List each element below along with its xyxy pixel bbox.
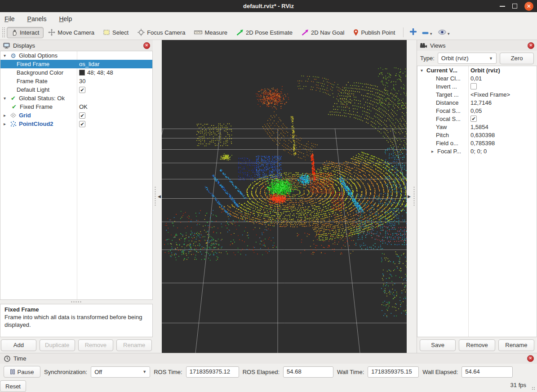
collapse-left-icon[interactable]: ◀ <box>158 194 161 199</box>
remove-tool-button[interactable]: ▼ <box>419 27 435 38</box>
time-panel-header[interactable]: Time ✕ <box>0 353 537 364</box>
tree-row[interactable]: Distance12,7146 <box>417 98 537 107</box>
synchronization-combo[interactable]: Off ▼ <box>91 366 150 378</box>
close-icon[interactable]: ✕ <box>524 2 533 11</box>
titlebar[interactable]: default.rviz* - RViz ✕ <box>0 0 537 12</box>
viewport-canvas[interactable] <box>162 40 407 353</box>
menu-item-file[interactable]: File <box>4 15 15 22</box>
property-label: Pitch <box>436 132 449 138</box>
right-splitter[interactable]: ▶ <box>407 40 417 353</box>
tree-row[interactable]: Focal S...0,05 <box>417 107 537 115</box>
chevron-down-icon: ▼ <box>489 56 493 61</box>
remove-button[interactable]: Remove <box>459 339 495 351</box>
tree-row[interactable]: Frame Rate30 <box>0 77 152 85</box>
add-tool-button[interactable] <box>407 27 419 38</box>
remove-button[interactable]: Remove <box>78 339 114 351</box>
property-value: 0,05 <box>470 107 482 114</box>
tool-2d-pose-estimate[interactable]: 2D Pose Estimate <box>232 27 297 38</box>
toolbar-drag-handle[interactable] <box>2 27 5 38</box>
tool-move-camera[interactable]: Move Camera <box>44 27 99 38</box>
tree-row[interactable]: Field o...0,785398 <box>417 139 537 147</box>
tool-measure[interactable]: Measure <box>190 27 232 38</box>
add-button[interactable]: Add <box>1 339 36 351</box>
tree-row[interactable]: ▾Current V...Orbit (rviz) <box>417 66 537 74</box>
expander-open-icon[interactable]: ▾ <box>419 68 425 73</box>
property-label: Grid <box>19 112 31 119</box>
tool-select[interactable]: Select <box>99 27 133 38</box>
tree-row[interactable]: Near Cl...0,01 <box>417 74 537 82</box>
tree-row[interactable]: ▸PointCloud2✔ <box>0 120 152 128</box>
tree-row-label-cell: Fixed Frame <box>0 61 77 67</box>
splitter-handle[interactable] <box>413 186 415 207</box>
splitter-handle[interactable] <box>154 186 156 207</box>
close-icon[interactable]: ✕ <box>143 42 150 49</box>
rename-button[interactable]: Rename <box>498 339 534 351</box>
tree-row[interactable]: Invert ... <box>417 82 537 90</box>
ros-elapsed-field[interactable]: 54.68 <box>283 366 333 378</box>
close-icon[interactable]: ✕ <box>527 355 534 362</box>
tree-row-label-cell: Pitch <box>417 132 468 138</box>
plus-icon <box>410 28 417 36</box>
tool-focus-camera[interactable]: Focus Camera <box>133 27 190 38</box>
minimize-icon[interactable] <box>500 6 505 7</box>
menu-item-panels[interactable]: Panels <box>27 15 47 22</box>
tree-row[interactable]: ✔Fixed FrameOK <box>0 102 152 111</box>
zero-button[interactable]: Zero <box>500 53 534 64</box>
checkbox[interactable]: ✔ <box>79 87 85 93</box>
displays-tree: ▾⚙Global OptionsFixed Frameos_lidarBackg… <box>0 51 153 300</box>
pause-button[interactable]: Pause <box>4 366 40 378</box>
tree-row[interactable]: ▸Focal P...0; 0; 0 <box>417 147 537 155</box>
checkbox[interactable]: ✔ <box>470 116 477 122</box>
tree-row[interactable]: ▾✔Global Status: Ok <box>0 94 152 102</box>
tree-row-label-cell: ▸PointCloud2 <box>0 120 77 127</box>
checkbox[interactable]: ✔ <box>79 112 85 119</box>
tool-publish-point[interactable]: Publish Point <box>349 27 399 38</box>
expander-closed-icon[interactable]: ▸ <box>2 121 8 126</box>
left-splitter[interactable]: ◀ <box>153 40 162 353</box>
expander-open-icon[interactable]: ▾ <box>2 53 8 58</box>
reset-button[interactable]: Reset <box>0 380 26 392</box>
collapse-right-icon[interactable]: ▶ <box>408 194 411 199</box>
resize-grip-icon[interactable] <box>532 387 536 391</box>
tree-row[interactable]: Fixed Frameos_lidar <box>0 60 152 68</box>
property-label: Default Light <box>17 86 49 93</box>
tree-row[interactable]: Default Light✔ <box>0 85 152 94</box>
tree-row[interactable]: Focal S...✔ <box>417 115 537 123</box>
tree-row-label-cell: ✔Fixed Frame <box>0 103 77 110</box>
view-type-combo[interactable]: Orbit (rviz) ▼ <box>438 53 497 64</box>
property-value: 1,5854 <box>470 124 488 130</box>
tool-visibility-button[interactable]: ▼ <box>435 27 453 38</box>
expander-open-icon[interactable]: ▾ <box>2 96 8 101</box>
property-value-cell: 0,05 <box>468 107 537 114</box>
property-value-cell: 30 <box>77 78 152 85</box>
tree-row[interactable]: Pitch0,630398 <box>417 131 537 139</box>
displays-panel-header[interactable]: Displays ✕ <box>0 40 153 51</box>
duplicate-button[interactable]: Duplicate <box>40 339 75 351</box>
tree-row[interactable]: ▾⚙Global Options <box>0 51 152 60</box>
maximize-icon[interactable] <box>512 4 517 9</box>
tool-2d-nav-goal[interactable]: 2D Nav Goal <box>297 27 349 38</box>
tool-interact[interactable]: Interact <box>7 27 44 38</box>
ros-time-field[interactable]: 1718359375.12 <box>186 366 239 378</box>
checkbox[interactable]: ✔ <box>79 121 85 127</box>
checkbox[interactable] <box>470 83 477 89</box>
tool-label: Interact <box>20 29 39 36</box>
description-splitter[interactable] <box>0 300 153 304</box>
tree-row[interactable]: ▸Grid✔ <box>0 111 152 120</box>
views-panel-header[interactable]: Views ✕ <box>417 40 537 51</box>
tree-row[interactable]: Yaw1,5854 <box>417 123 537 131</box>
wall-time-field[interactable]: 1718359375.15 <box>368 366 419 378</box>
save-button[interactable]: Save <box>420 339 456 351</box>
close-icon[interactable]: ✕ <box>528 42 534 49</box>
move-camera-icon <box>48 29 55 36</box>
expander-closed-icon[interactable]: ▸ <box>430 149 435 154</box>
property-value: os_lidar <box>79 61 100 67</box>
tree-row-label-cell: ▸Focal P... <box>417 148 468 155</box>
expander-closed-icon[interactable]: ▸ <box>2 113 8 118</box>
tree-row[interactable]: Target ...<Fixed Frame> <box>417 90 537 98</box>
color-swatch[interactable] <box>79 70 85 76</box>
rename-button[interactable]: Rename <box>116 339 152 351</box>
wall-elapsed-field[interactable]: 54.64 <box>462 366 513 378</box>
menu-item-help[interactable]: Help <box>59 15 72 22</box>
tree-row[interactable]: Background Color48; 48; 48 <box>0 68 152 77</box>
